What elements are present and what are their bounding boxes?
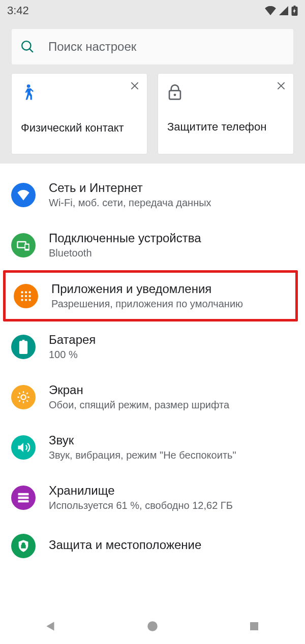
display-icon bbox=[11, 385, 36, 409]
svg-point-13 bbox=[25, 299, 27, 301]
item-battery[interactable]: Батарея 100 % bbox=[0, 321, 305, 372]
lock-icon bbox=[167, 84, 284, 103]
svg-point-19 bbox=[147, 621, 158, 631]
close-icon[interactable] bbox=[130, 81, 140, 93]
apps-icon bbox=[14, 284, 38, 308]
svg-point-7 bbox=[25, 291, 27, 293]
settings-list: Сеть и Интернет Wi-Fi, моб. сети, переда… bbox=[0, 164, 305, 607]
navigation-bar bbox=[0, 607, 305, 644]
svg-rect-5 bbox=[25, 244, 28, 248]
search-input[interactable]: Поиск настроек bbox=[11, 28, 294, 65]
item-sub: Обои, спящий режим, размер шрифта bbox=[49, 399, 294, 411]
item-texts: Батарея 100 % bbox=[49, 333, 294, 361]
item-title: Батарея bbox=[49, 333, 294, 347]
item-sub: Используется 61 %, свободно 12,62 ГБ bbox=[49, 500, 294, 511]
card-label: Физический контакт bbox=[21, 121, 138, 135]
close-icon[interactable] bbox=[276, 81, 286, 93]
cell-signal-icon bbox=[279, 6, 288, 15]
item-title: Подключенные устройства bbox=[49, 231, 294, 245]
item-network[interactable]: Сеть и Интернет Wi-Fi, моб. сети, переда… bbox=[0, 170, 305, 220]
item-texts: Приложения и уведомления Разрешения, при… bbox=[51, 282, 287, 310]
card-physical-contact[interactable]: Физический контакт bbox=[11, 73, 147, 154]
wifi-status-icon bbox=[265, 6, 276, 15]
item-display[interactable]: Экран Обои, спящий режим, размер шрифта bbox=[0, 372, 305, 422]
item-title: Сеть и Интернет bbox=[49, 181, 294, 195]
highlight-box: Приложения и уведомления Разрешения, при… bbox=[3, 270, 298, 321]
battery-icon bbox=[11, 335, 36, 359]
status-time: 3:42 bbox=[7, 4, 29, 17]
item-storage[interactable]: Хранилище Используется 61 %, свободно 12… bbox=[0, 472, 305, 523]
item-title: Защита и местоположение bbox=[49, 538, 294, 552]
battery-status-icon bbox=[291, 6, 298, 16]
item-texts: Хранилище Используется 61 %, свободно 12… bbox=[49, 484, 294, 511]
svg-point-6 bbox=[21, 291, 23, 293]
svg-point-9 bbox=[21, 295, 23, 297]
svg-point-15 bbox=[21, 395, 25, 399]
search-placeholder: Поиск настроек bbox=[48, 40, 136, 54]
security-icon bbox=[11, 534, 36, 558]
card-protect-phone[interactable]: Защитите телефон bbox=[158, 73, 294, 154]
card-label: Защитите телефон bbox=[167, 120, 284, 134]
item-sound[interactable]: Звук Звук, вибрация, режим "Не беспокоит… bbox=[0, 422, 305, 472]
home-button[interactable] bbox=[142, 616, 163, 636]
status-bar: 3:42 bbox=[0, 0, 305, 21]
svg-point-8 bbox=[28, 291, 30, 293]
item-sub: Bluetooth bbox=[49, 247, 294, 259]
item-title: Звук bbox=[49, 433, 294, 447]
svg-rect-16 bbox=[18, 493, 29, 495]
item-security-location[interactable]: Защита и местоположение bbox=[0, 523, 305, 558]
svg-point-12 bbox=[21, 299, 23, 301]
status-icons bbox=[265, 6, 298, 16]
item-texts: Защита и местоположение bbox=[49, 538, 294, 554]
item-sub: Wi-Fi, моб. сети, передача данных bbox=[49, 197, 294, 209]
svg-rect-17 bbox=[18, 496, 29, 499]
svg-point-0 bbox=[27, 84, 30, 88]
svg-rect-20 bbox=[250, 622, 258, 630]
item-connected-devices[interactable]: Подключенные устройства Bluetooth bbox=[0, 220, 305, 270]
svg-point-14 bbox=[28, 299, 30, 301]
item-title: Хранилище bbox=[49, 484, 294, 498]
svg-point-11 bbox=[28, 295, 30, 297]
wifi-icon bbox=[11, 183, 36, 207]
search-icon bbox=[21, 40, 34, 53]
back-button[interactable] bbox=[41, 616, 61, 636]
svg-rect-18 bbox=[18, 500, 29, 502]
storage-icon bbox=[11, 486, 36, 510]
item-sub: Звук, вибрация, режим "Не беспокоить" bbox=[49, 449, 294, 461]
person-walk-icon bbox=[21, 84, 138, 104]
search-section: Поиск настроек bbox=[0, 21, 305, 73]
suggestion-cards: Физический контакт Защитите телефон bbox=[0, 73, 305, 164]
item-sub: Разрешения, приложения по умолчанию bbox=[51, 298, 287, 310]
svg-point-10 bbox=[25, 295, 27, 297]
item-texts: Сеть и Интернет Wi-Fi, моб. сети, переда… bbox=[49, 181, 294, 209]
item-texts: Подключенные устройства Bluetooth bbox=[49, 231, 294, 259]
devices-icon bbox=[11, 233, 36, 257]
recents-button[interactable] bbox=[244, 616, 264, 636]
item-texts: Звук Звук, вибрация, режим "Не беспокоит… bbox=[49, 433, 294, 461]
item-apps-notifications[interactable]: Приложения и уведомления Разрешения, при… bbox=[6, 273, 295, 319]
item-texts: Экран Обои, спящий режим, размер шрифта bbox=[49, 383, 294, 411]
svg-rect-3 bbox=[17, 242, 25, 248]
svg-point-2 bbox=[174, 93, 176, 96]
item-title: Приложения и уведомления bbox=[51, 282, 287, 296]
sound-icon bbox=[11, 435, 36, 460]
item-sub: 100 % bbox=[49, 349, 294, 361]
item-title: Экран bbox=[49, 383, 294, 397]
